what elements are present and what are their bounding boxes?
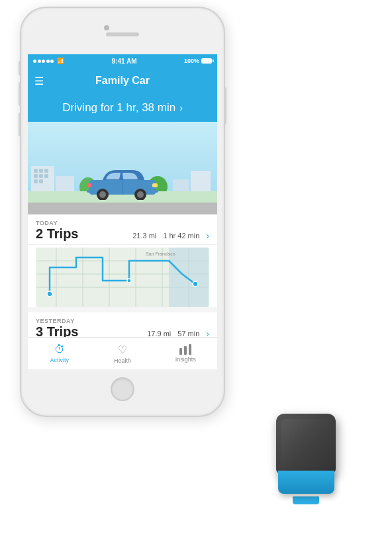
today-duration: 1 hr 42 min bbox=[163, 232, 199, 240]
svg-rect-6 bbox=[152, 183, 158, 187]
signal-dot-1 bbox=[33, 60, 36, 63]
dongle-connector bbox=[293, 496, 319, 504]
today-label: TODAY bbox=[36, 220, 209, 226]
yesterday-label: YESTERDAY bbox=[36, 318, 209, 324]
status-bar: 📶 9:41 AM 100% bbox=[28, 54, 217, 68]
driving-text: Driving for 1 hr, 38 min bbox=[62, 101, 175, 115]
phone-screen: 📶 9:41 AM 100% ☰ Family Car Driving for … bbox=[28, 54, 217, 369]
today-map-svg: San Francisco bbox=[36, 248, 209, 307]
status-left: 📶 bbox=[33, 58, 64, 64]
svg-rect-9 bbox=[152, 190, 158, 193]
today-trips-meta: 21.3 mi 1 hr 42 min › bbox=[132, 230, 209, 241]
today-distance: 21.3 mi bbox=[132, 232, 156, 240]
car-illustration bbox=[28, 122, 217, 214]
signal-dot-5 bbox=[50, 60, 54, 63]
road bbox=[28, 203, 217, 214]
signal-bars bbox=[33, 60, 54, 63]
svg-rect-20 bbox=[169, 248, 209, 307]
today-chevron: › bbox=[206, 230, 209, 241]
car-svg bbox=[86, 163, 159, 200]
dongle-blue-base bbox=[278, 471, 334, 494]
health-tab-label: Health bbox=[114, 357, 131, 364]
svg-point-5 bbox=[137, 191, 144, 198]
svg-rect-33 bbox=[184, 346, 187, 355]
home-button[interactable] bbox=[111, 377, 134, 401]
top-nav: ☰ Family Car bbox=[28, 68, 217, 94]
today-map[interactable]: San Francisco bbox=[36, 248, 209, 307]
phone-top-bar bbox=[28, 15, 217, 54]
phone-bottom bbox=[28, 369, 217, 409]
phone-shell: 📶 9:41 AM 100% ☰ Family Car Driving for … bbox=[20, 7, 225, 417]
svg-point-22 bbox=[193, 281, 198, 287]
mute-button[interactable] bbox=[19, 113, 21, 136]
tab-health[interactable]: ♡ Health bbox=[91, 338, 154, 369]
today-trips-row[interactable]: 2 Trips 21.3 mi 1 hr 42 min › bbox=[36, 226, 209, 242]
speaker bbox=[106, 32, 139, 36]
svg-point-3 bbox=[99, 191, 106, 198]
phone-inner: 📶 9:41 AM 100% ☰ Family Car Driving for … bbox=[28, 15, 217, 409]
svg-rect-8 bbox=[87, 190, 93, 193]
tab-activity[interactable]: ⏱ Activity bbox=[28, 338, 91, 369]
insights-icon bbox=[179, 344, 191, 355]
svg-rect-7 bbox=[87, 183, 91, 187]
wifi-icon: 📶 bbox=[57, 58, 64, 64]
status-right: 100% bbox=[184, 58, 212, 64]
svg-rect-32 bbox=[179, 348, 182, 355]
battery-icon bbox=[201, 58, 212, 64]
tab-bar: ⏱ Activity ♡ Health Insights bbox=[28, 337, 217, 369]
signal-dot-3 bbox=[42, 60, 45, 63]
obd-dongle bbox=[270, 414, 342, 493]
volume-up-button[interactable] bbox=[19, 61, 21, 75]
today-section: TODAY 2 Trips 21.3 mi 1 hr 42 min › bbox=[28, 214, 217, 307]
svg-point-23 bbox=[127, 279, 131, 283]
battery-fill bbox=[202, 59, 211, 63]
health-icon: ♡ bbox=[118, 344, 127, 356]
hamburger-icon[interactable]: ☰ bbox=[34, 75, 44, 87]
today-trips-header: TODAY 2 Trips 21.3 mi 1 hr 42 min › bbox=[28, 214, 217, 245]
signal-dot-2 bbox=[38, 60, 41, 63]
volume-down-button[interactable] bbox=[19, 82, 21, 106]
driving-chevron: › bbox=[179, 103, 183, 113]
today-trips-count: 2 Trips bbox=[36, 226, 78, 242]
svg-text:San Francisco: San Francisco bbox=[146, 252, 175, 256]
driving-banner[interactable]: Driving for 1 hr, 38 min › bbox=[28, 94, 217, 122]
tab-insights[interactable]: Insights bbox=[154, 338, 217, 369]
svg-point-21 bbox=[47, 291, 52, 297]
status-time: 9:41 AM bbox=[111, 58, 136, 65]
insights-tab-label: Insights bbox=[175, 356, 196, 363]
front-camera bbox=[104, 25, 109, 30]
nav-title: Family Car bbox=[95, 75, 150, 87]
dongle-body bbox=[276, 414, 336, 473]
activity-icon: ⏱ bbox=[54, 344, 65, 355]
svg-rect-34 bbox=[189, 344, 191, 355]
battery-percent: 100% bbox=[184, 58, 199, 64]
power-button[interactable] bbox=[224, 87, 226, 124]
car-image bbox=[86, 163, 159, 203]
activity-tab-label: Activity bbox=[50, 357, 69, 363]
signal-dot-4 bbox=[46, 60, 50, 63]
